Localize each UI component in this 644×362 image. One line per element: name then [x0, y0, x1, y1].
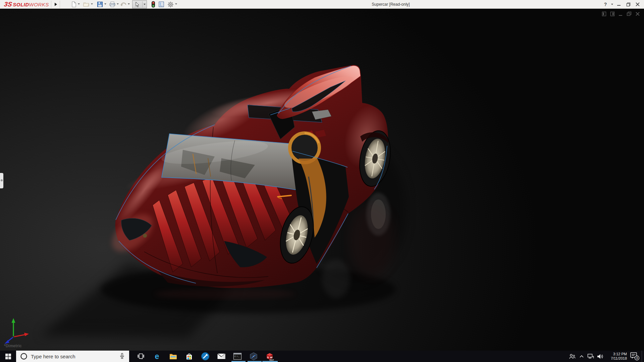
edge-browser-button[interactable]: e	[149, 351, 165, 362]
separator	[51, 1, 51, 8]
rebuild-button[interactable]	[150, 1, 157, 8]
document-restore-icon[interactable]	[627, 11, 632, 16]
flyout-tab-handle-icon	[1, 179, 3, 181]
chevron-up-icon	[579, 355, 584, 358]
file-explorer-button[interactable]	[165, 351, 181, 362]
document-minimize-icon[interactable]	[619, 11, 623, 16]
close-icon	[636, 2, 640, 6]
task-view-button[interactable]	[133, 351, 149, 362]
undo-button[interactable]	[120, 1, 127, 8]
new-dropdown-caret[interactable]	[78, 3, 80, 5]
solidworks-2017-icon: S W 2017	[265, 352, 274, 361]
print-dropdown-caret[interactable]	[117, 3, 119, 5]
action-center-icon: 3	[630, 352, 640, 361]
brand-name-light: WORKS	[29, 2, 49, 7]
select-tool-button[interactable]	[132, 0, 147, 8]
help-button[interactable]: ?	[602, 1, 609, 8]
flyout-arrow-icon	[54, 2, 57, 6]
new-document-icon	[71, 1, 77, 7]
svg-text:W: W	[270, 356, 273, 359]
feature-manager-flyout-tab[interactable]	[0, 173, 3, 188]
new-document-button[interactable]	[70, 1, 77, 8]
document-close-icon[interactable]	[635, 11, 640, 16]
mail-envelope-icon	[217, 353, 226, 360]
wrench-circle-icon	[201, 352, 210, 361]
microsoft-store-button[interactable]	[181, 351, 197, 362]
start-button[interactable]	[0, 351, 16, 362]
printer-icon	[109, 1, 116, 7]
svg-text:C:\_: C:\_	[234, 355, 239, 358]
solidworks-app-button[interactable]: S W 2017	[262, 351, 278, 362]
network-button[interactable]	[586, 351, 595, 362]
utility-wrench-app-button[interactable]	[197, 351, 213, 362]
document-window-controls	[602, 11, 640, 16]
open-dropdown-caret[interactable]	[91, 3, 93, 5]
open-button[interactable]	[83, 1, 90, 8]
cortana-icon	[20, 353, 28, 360]
brand-name-bold: SOLID	[13, 2, 29, 7]
save-button[interactable]	[96, 1, 104, 8]
reference-triad	[1, 315, 32, 346]
save-dropdown-caret[interactable]	[104, 3, 106, 5]
hidden-icons-button[interactable]	[577, 351, 586, 362]
system-tray: 3:12 PM 7/11/2018 3	[567, 351, 644, 362]
traffic-light-icon	[151, 1, 155, 8]
svg-text:3: 3	[636, 356, 638, 360]
minimize-icon	[617, 2, 621, 6]
people-icon	[569, 353, 576, 359]
folder-icon	[169, 353, 177, 360]
action-center-button[interactable]: 3	[628, 351, 642, 362]
hexagon-app-icon	[249, 352, 258, 361]
help-dropdown-caret[interactable]	[611, 4, 613, 5]
search-input[interactable]	[31, 354, 119, 359]
undo-dropdown-caret[interactable]	[128, 3, 130, 5]
hexagon-cad-app-button[interactable]	[246, 351, 262, 362]
select-cursor-icon	[132, 1, 142, 8]
ds-monogram-icon: 3S	[3, 1, 12, 8]
select-dropdown-caret[interactable]	[143, 1, 147, 8]
restore-button[interactable]	[625, 1, 632, 8]
volume-button[interactable]	[595, 351, 605, 362]
separator	[60, 1, 60, 8]
command-prompt-icon: C:\_	[233, 353, 242, 360]
clock-time: 3:12 PM	[606, 352, 627, 356]
mail-app-button[interactable]	[213, 351, 229, 362]
view-orientation-label: *Dimetric	[4, 344, 22, 348]
minimize-button[interactable]	[615, 1, 623, 8]
menu-flyout-arrow-button[interactable]	[52, 1, 59, 8]
x-axis	[13, 335, 25, 337]
close-button[interactable]	[634, 1, 641, 8]
taskbar-clock[interactable]: 3:12 PM 7/11/2018	[606, 352, 627, 361]
people-button[interactable]	[567, 351, 577, 362]
document-title: Supercar [Read-only]	[349, 0, 433, 9]
edge-icon: e	[153, 352, 161, 361]
taskbar-search[interactable]	[16, 351, 129, 362]
windows-logo-icon	[5, 354, 11, 359]
command-prompt-button[interactable]: C:\_	[229, 351, 246, 362]
solidworks-logo: 3S SOLID WORKS	[4, 0, 49, 9]
viewport-pane-icon-2[interactable]	[610, 11, 615, 16]
car-model-3d[interactable]	[0, 9, 644, 351]
restore-icon	[626, 2, 631, 7]
save-floppy-icon	[97, 1, 103, 7]
speaker-icon	[597, 354, 603, 359]
options-dropdown-caret[interactable]	[175, 3, 177, 5]
file-properties-icon	[158, 1, 164, 7]
graphics-viewport[interactable]: *Dimetric	[0, 9, 644, 351]
title-bar: 3S SOLID WORKS	[0, 0, 644, 9]
microphone-icon[interactable]	[119, 353, 125, 360]
viewport-pane-icon[interactable]	[602, 11, 606, 16]
options-button[interactable]	[167, 1, 174, 8]
print-button[interactable]	[109, 1, 116, 8]
ethernet-network-icon	[587, 354, 594, 359]
windows-taskbar: e	[0, 351, 644, 362]
clock-date: 7/11/2018	[606, 356, 627, 361]
open-folder-icon	[83, 1, 90, 7]
store-bag-icon	[185, 352, 193, 360]
window-controls: ?	[602, 0, 641, 9]
gear-icon	[167, 1, 174, 8]
file-properties-button[interactable]	[158, 1, 165, 8]
svg-text:S: S	[267, 356, 269, 359]
show-desktop-button[interactable]	[642, 351, 644, 362]
undo-arrow-icon	[120, 1, 127, 7]
